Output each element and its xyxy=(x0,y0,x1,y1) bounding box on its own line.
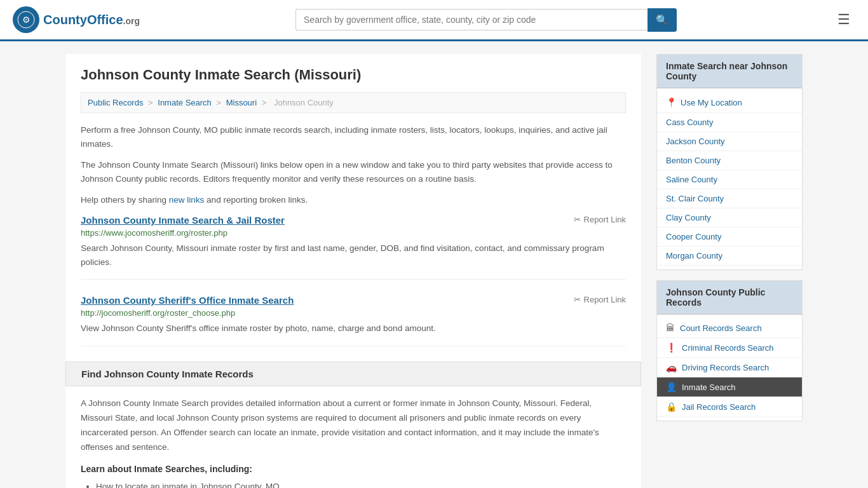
sidebar-link-court-records[interactable]: 🏛 Court Records Search xyxy=(657,318,802,338)
breadcrumb-missouri[interactable]: Missouri xyxy=(226,98,257,107)
sidebar-public-records-header: Johnson County Public Records xyxy=(657,281,802,315)
result-url-2[interactable]: http://jocomosheriff.org/roster_choose.p… xyxy=(81,308,626,318)
scissors-icon: ✂ xyxy=(574,215,581,224)
inmate-icon: 👤 xyxy=(666,382,677,392)
logo-icon: ⚙ xyxy=(13,6,39,33)
sidebar-link-morgan[interactable]: Morgan County xyxy=(657,247,802,266)
learn-list: How to locate an inmate in Johnson Count… xyxy=(96,479,626,489)
sidebar-link-driving-records[interactable]: 🚗 Driving Records Search xyxy=(657,358,802,377)
location-icon: 📍 xyxy=(666,97,677,107)
search-area: 🔍 xyxy=(295,8,677,32)
search-button[interactable]: 🔍 xyxy=(648,8,677,32)
logo-text: CountyOffice.org xyxy=(43,13,140,27)
result-url-1[interactable]: https://www.jocomosheriff.org/roster.php xyxy=(81,228,626,238)
report-link-2[interactable]: ✂ Report Link xyxy=(574,295,626,304)
search-input[interactable] xyxy=(295,9,648,30)
court-icon: 🏛 xyxy=(666,323,675,333)
sidebar-link-criminal-records[interactable]: ❗ Criminal Records Search xyxy=(657,338,802,358)
sidebar-link-stclair[interactable]: St. Clair County xyxy=(657,189,802,208)
sidebar-link-cass[interactable]: Cass County xyxy=(657,113,802,132)
jail-icon: 🔒 xyxy=(666,402,677,412)
breadcrumb-public-records[interactable]: Public Records xyxy=(88,98,143,107)
content-area: Johnson County Inmate Search (Missouri) … xyxy=(65,54,641,488)
sidebar-link-saline[interactable]: Saline County xyxy=(657,170,802,189)
criminal-icon: ❗ xyxy=(666,342,677,353)
intro-p2: The Johnson County Inmate Search (Missou… xyxy=(81,158,626,186)
result-desc-1: Search Johnson County, Missouri inmate r… xyxy=(81,241,626,269)
sidebar-link-benton[interactable]: Benton County xyxy=(657,151,802,170)
result-header: Johnson County Inmate Search & Jail Rost… xyxy=(81,215,626,226)
sidebar: Inmate Search near Johnson County 📍 Use … xyxy=(656,54,803,488)
sidebar-nearby-header: Inmate Search near Johnson County xyxy=(657,55,802,88)
scissors-icon-2: ✂ xyxy=(574,295,581,304)
driving-icon: 🚗 xyxy=(666,362,677,372)
new-links-link[interactable]: new links xyxy=(169,195,205,205)
header: ⚙ CountyOffice.org 🔍 ☰ xyxy=(0,0,868,41)
sidebar-link-jackson[interactable]: Jackson County xyxy=(657,132,802,151)
report-link-1[interactable]: ✂ Report Link xyxy=(574,215,626,224)
result-item: Johnson County Sheriff's Office Inmate S… xyxy=(81,295,626,346)
logo-area: ⚙ CountyOffice.org xyxy=(13,6,140,33)
learn-title: Learn about Inmate Searches, including: xyxy=(81,464,626,474)
find-section-header: Find Johnson County Inmate Records xyxy=(65,362,641,386)
result-item: Johnson County Inmate Search & Jail Rost… xyxy=(81,215,626,280)
sidebar-link-clay[interactable]: Clay County xyxy=(657,208,802,227)
menu-button[interactable]: ☰ xyxy=(832,9,855,30)
use-my-location-link[interactable]: 📍 Use My Location xyxy=(657,92,802,113)
sidebar-public-records-section: Johnson County Public Records 🏛 Court Re… xyxy=(656,280,803,421)
menu-icon: ☰ xyxy=(837,11,850,27)
intro-p1: Perform a free Johnson County, MO public… xyxy=(81,123,626,151)
breadcrumb-current: Johnson County xyxy=(274,98,334,107)
learn-item-1: How to locate an inmate in Johnson Count… xyxy=(96,479,626,489)
result-desc-2: View Johnson County Sheriff's office inm… xyxy=(81,322,626,336)
result-header: Johnson County Sheriff's Office Inmate S… xyxy=(81,295,626,306)
find-section-body: A Johnson County Inmate Search provides … xyxy=(81,396,626,455)
intro-p3: Help others by sharing new links and rep… xyxy=(81,193,626,207)
sidebar-link-inmate-search[interactable]: 👤 Inmate Search xyxy=(657,377,802,397)
page-title: Johnson County Inmate Search (Missouri) xyxy=(81,67,626,83)
breadcrumb-inmate-search[interactable]: Inmate Search xyxy=(158,98,212,107)
sidebar-nearby-section: Inmate Search near Johnson County 📍 Use … xyxy=(656,54,803,270)
result-title-2[interactable]: Johnson County Sheriff's Office Inmate S… xyxy=(81,295,294,306)
sidebar-link-jail-records[interactable]: 🔒 Jail Records Search xyxy=(657,397,802,417)
search-icon: 🔍 xyxy=(656,15,668,25)
main-container: Johnson County Inmate Search (Missouri) … xyxy=(53,41,815,488)
sidebar-link-cooper[interactable]: Cooper County xyxy=(657,227,802,247)
result-title-1[interactable]: Johnson County Inmate Search & Jail Rost… xyxy=(81,215,285,226)
sidebar-nearby-links: 📍 Use My Location Cass County Jackson Co… xyxy=(657,88,802,269)
svg-text:⚙: ⚙ xyxy=(22,15,31,25)
sidebar-public-records-links: 🏛 Court Records Search ❗ Criminal Record… xyxy=(657,315,802,421)
breadcrumb: Public Records > Inmate Search > Missour… xyxy=(81,92,626,113)
